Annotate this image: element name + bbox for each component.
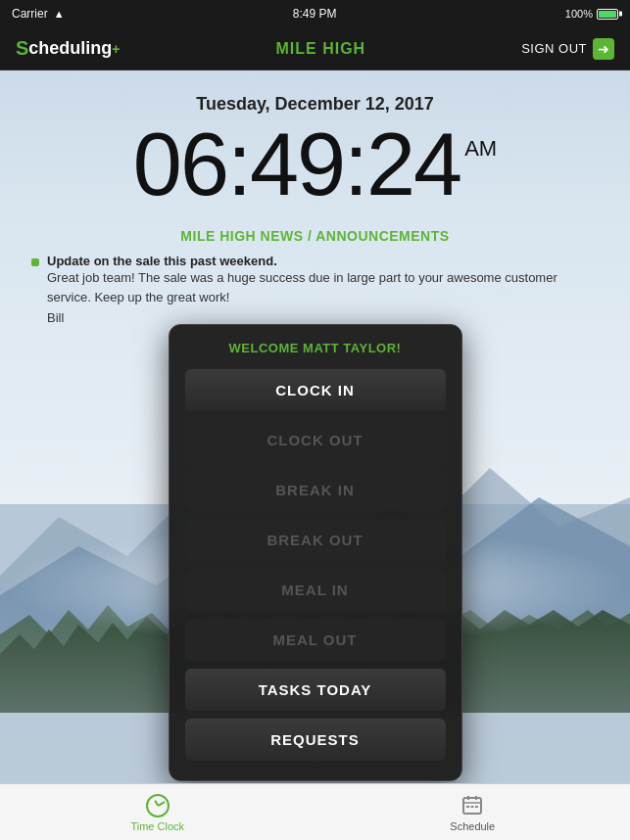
time-sec: 24 xyxy=(366,116,460,213)
logo-plus: + xyxy=(112,41,120,57)
news-body: Great job team! The sale was a huge succ… xyxy=(47,268,599,306)
logo-text: cheduling xyxy=(28,38,112,59)
meal-in-button: MEAL IN xyxy=(185,569,446,611)
store-name: MILE HIGH xyxy=(276,40,366,58)
svg-rect-8 xyxy=(466,806,469,808)
action-modal: WELCOME MATT TAYLOR! CLOCK IN CLOCK OUT … xyxy=(169,324,462,781)
status-time: 8:49 PM xyxy=(293,7,337,21)
tab-schedule[interactable]: Schedule xyxy=(315,793,631,832)
schedule-icon xyxy=(460,793,485,818)
app-logo: S cheduling + xyxy=(16,37,121,60)
tab-time-clock[interactable]: Time Clock xyxy=(0,793,315,832)
date-display: Tuesday, December 12, 2017 xyxy=(196,94,433,115)
sign-out-label: SIGN OUT xyxy=(521,41,587,56)
news-bullet-icon xyxy=(31,258,39,266)
tab-schedule-label: Schedule xyxy=(450,820,495,832)
main-content: Tuesday, December 12, 2017 06:49:24 AM M… xyxy=(0,70,630,325)
tasks-today-button[interactable]: TASKS TODAY xyxy=(185,669,446,711)
news-sig: Bill xyxy=(47,310,599,325)
modal-box: WELCOME MATT TAYLOR! CLOCK IN CLOCK OUT … xyxy=(169,324,462,781)
svg-rect-10 xyxy=(475,806,478,808)
time-ampm: AM xyxy=(464,136,497,162)
battery-icon xyxy=(597,9,618,20)
status-bar: Carrier ▲ 8:49 PM 100% xyxy=(0,0,630,27)
status-right: 100% xyxy=(565,8,618,20)
requests-button[interactable]: REQUESTS xyxy=(185,719,446,761)
news-text: Update on the sale this past weekend. Gr… xyxy=(47,254,599,325)
time-hm: 06:49: xyxy=(133,116,366,213)
sign-out-arrow-icon: ➜ xyxy=(593,38,614,60)
time-display: 06:49:24 AM xyxy=(133,120,497,209)
news-section: MILE HIGH NEWS / ANNOUNCEMENTS Update on… xyxy=(0,228,630,325)
sign-out-button[interactable]: SIGN OUT ➜ xyxy=(521,38,614,60)
wifi-icon: ▲ xyxy=(54,8,65,20)
logo-s: S xyxy=(16,37,28,60)
break-in-button: BREAK IN xyxy=(185,469,446,511)
carrier-label: Carrier xyxy=(12,7,48,21)
news-title: MILE HIGH NEWS / ANNOUNCEMENTS xyxy=(31,228,599,244)
meal-out-button: MEAL OUT xyxy=(185,619,446,661)
tab-bar: Time Clock Schedule xyxy=(0,783,630,840)
svg-rect-9 xyxy=(471,806,474,808)
header-bar: S cheduling + MILE HIGH SIGN OUT ➜ xyxy=(0,27,630,70)
clock-out-button: CLOCK OUT xyxy=(185,419,446,461)
break-out-button: BREAK OUT xyxy=(185,519,446,561)
time-value: 06:49:24 xyxy=(133,120,460,209)
news-item: Update on the sale this past weekend. Gr… xyxy=(31,254,599,325)
status-left: Carrier ▲ xyxy=(12,7,65,21)
battery-percent: 100% xyxy=(565,8,593,20)
welcome-message: WELCOME MATT TAYLOR! xyxy=(185,341,446,355)
news-headline: Update on the sale this past weekend. xyxy=(47,254,599,268)
clock-in-button[interactable]: CLOCK IN xyxy=(185,369,446,411)
tab-time-clock-label: Time Clock xyxy=(130,820,184,832)
time-clock-icon xyxy=(145,793,170,818)
